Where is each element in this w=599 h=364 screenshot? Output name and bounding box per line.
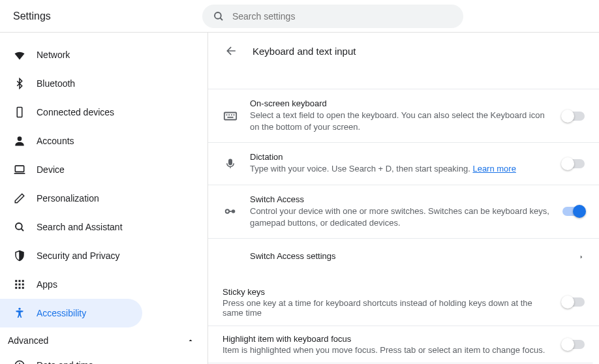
sidebar-item-bluetooth[interactable]: Bluetooth [0,69,207,98]
svg-point-6 [16,223,22,230]
wifi-icon [13,48,26,61]
svg-rect-10 [22,280,24,282]
setting-desc: Press one key at a time for keyboard sho… [223,298,552,318]
sidebar-item-security-privacy[interactable]: Security and Privacy [0,241,207,270]
toggle-switch-access[interactable] [562,207,585,216]
setting-title: Highlight item with keyboard focus [223,334,552,344]
learn-more-link[interactable]: Learn more [472,164,515,174]
sidebar-item-network[interactable]: Network [0,40,207,69]
keyboard-icon [223,109,238,123]
advanced-section-toggle[interactable]: Advanced [0,327,207,351]
svg-rect-8 [15,280,17,282]
sidebar-item-apps[interactable]: Apps [0,270,207,299]
svg-rect-9 [19,280,21,282]
nav-label: Bluetooth [37,78,75,89]
svg-point-3 [18,136,22,141]
nav-label: Connected devices [37,107,114,117]
sidebar-item-personalization[interactable]: Personalization [0,184,207,213]
shield-icon [13,249,26,262]
switch-access-icon [223,204,238,219]
search-box[interactable] [202,5,463,28]
setting-switch-access: Switch Access Control your device with o… [208,185,599,239]
sidebar-item-date-time[interactable]: Date and time [0,351,207,364]
setting-sticky-keys: Sticky keys Press one key at a time for … [208,279,599,326]
search-icon [13,220,26,234]
toggle-sticky-keys[interactable] [562,297,585,307]
person-icon [13,134,26,147]
accessibility-icon [13,307,26,320]
toggle-dictation[interactable] [562,159,585,168]
sidebar-item-search-assistant[interactable]: Search and Assistant [0,213,207,241]
nav-label: Personalization [37,193,99,204]
page-title: Keyboard and text input [253,46,356,57]
svg-point-0 [215,12,221,19]
nav-label: Search and Assistant [37,222,123,232]
svg-line-7 [22,229,23,231]
pencil-icon [13,192,26,205]
svg-rect-2 [17,108,22,117]
nav-label: Network [37,50,70,60]
setting-desc: Type with your voice. Use Search + D, th… [250,163,552,175]
app-title: Settings [10,10,51,22]
setting-title: Switch Access [250,194,552,204]
nav-label: Accessibility [37,308,86,318]
main-content: Keyboard and text input On-screen keyboa… [207,33,599,364]
setting-desc: Control your device with one or more swi… [250,205,552,229]
nav-label: Apps [37,279,57,290]
svg-rect-13 [22,284,24,286]
nav-label: Device [37,164,65,175]
svg-rect-25 [229,159,232,164]
svg-rect-14 [15,287,17,289]
svg-rect-19 [224,112,236,119]
bluetooth-icon [13,77,26,90]
phone-icon [13,106,26,119]
mic-icon [223,158,238,170]
svg-rect-22 [231,114,232,115]
setting-title: Switch Access settings [250,251,570,261]
sidebar: Network Bluetooth Connected devices Acco… [0,33,207,364]
setting-highlight-keyboard-focus: Highlight item with keyboard focus Item … [208,326,599,363]
svg-point-26 [226,210,230,214]
sidebar-item-accounts[interactable]: Accounts [0,127,207,155]
search-icon [213,10,224,22]
back-button[interactable] [224,43,239,59]
svg-line-1 [221,18,223,20]
svg-rect-23 [234,114,235,115]
sidebar-item-connected-devices[interactable]: Connected devices [0,98,207,127]
app-header: Settings [0,0,599,33]
setting-title: Dictation [250,152,552,162]
svg-rect-11 [15,284,17,286]
toggle-highlight-focus[interactable] [562,340,585,349]
apps-icon [13,278,26,291]
chevron-right-icon [578,254,585,260]
chevron-up-icon [187,337,194,344]
svg-rect-16 [22,287,24,289]
setting-on-screen-keyboard: On-screen keyboard Select a text field t… [208,89,599,143]
sidebar-item-device[interactable]: Device [0,155,207,184]
toggle-on-screen-keyboard[interactable] [562,112,585,121]
setting-desc: Item is highlighted when you move focus.… [223,345,552,355]
nav-label: Date and time [37,360,93,364]
svg-rect-24 [227,117,233,118]
svg-rect-20 [226,114,228,115]
setting-title: On-screen keyboard [250,99,552,108]
setting-title: Sticky keys [223,287,552,297]
clock-icon [13,359,26,364]
laptop-icon [13,163,26,176]
search-input[interactable] [232,11,453,22]
setting-desc: Select a text field to open the keyboard… [250,110,552,133]
svg-rect-21 [228,114,230,115]
svg-rect-15 [19,287,21,289]
advanced-label: Advanced [8,335,48,346]
sidebar-item-accessibility[interactable]: Accessibility [0,299,142,327]
nav-label: Accounts [37,136,74,146]
nav-label: Security and Privacy [37,250,120,261]
switch-access-settings-link[interactable]: Switch Access settings [208,239,599,275]
svg-rect-4 [15,166,23,172]
setting-dictation: Dictation Type with your voice. Use Sear… [208,143,599,185]
svg-point-27 [232,210,236,214]
svg-rect-12 [19,284,21,286]
svg-point-17 [18,308,20,310]
